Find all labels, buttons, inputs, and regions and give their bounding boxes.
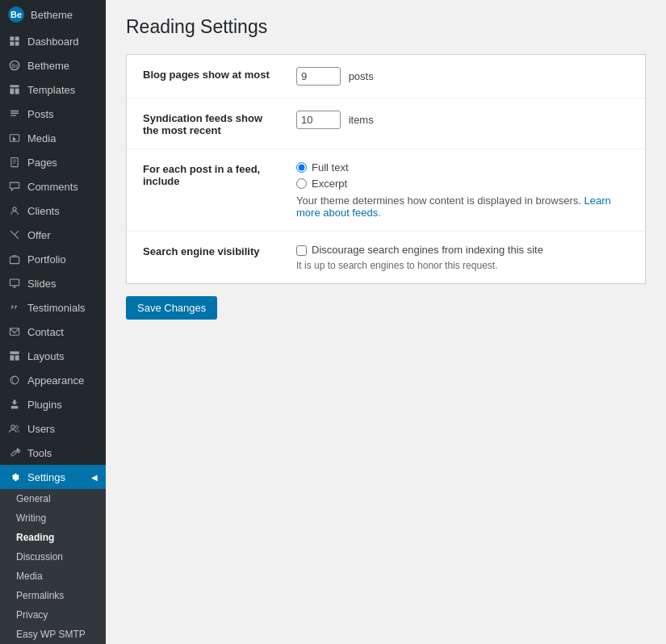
svg-rect-0 [10,36,14,40]
submenu-writing[interactable]: Writing [0,508,106,528]
users-icon [8,422,21,435]
syndication-feeds-row: Syndication feeds show the most recent i… [127,98,645,149]
sidebar-item-portfolio[interactable]: Portfolio [0,247,106,271]
sidebar-label-clients: Clients [27,205,60,217]
sidebar-label-templates: Templates [27,84,75,96]
sidebar-item-offer[interactable]: Offer [0,223,106,247]
sidebar-item-pages[interactable]: Pages [0,150,106,174]
submenu-discussion[interactable]: Discussion [0,547,106,567]
clients-icon [8,204,21,217]
comments-icon [8,180,21,193]
svg-rect-8 [15,89,19,94]
blog-pages-label: Blog pages show at most [143,67,280,81]
sidebar-item-dashboard[interactable]: Dashboard [0,29,106,53]
sidebar-label-testimonials: Testimonials [27,302,86,314]
appearance-icon [8,374,21,387]
feed-content-control: Full text Excerpt Your theme determines … [296,161,629,219]
svg-rect-3 [15,42,19,46]
svg-rect-17 [15,355,19,360]
sidebar-item-users[interactable]: Users [0,416,106,441]
sidebar-item-media[interactable]: Media [0,126,106,150]
sidebar-item-comments[interactable]: Comments [0,174,106,199]
sidebar-label-media: Media [27,132,56,144]
submenu-easy-wp-smtp[interactable]: Easy WP SMTP [0,625,106,644]
full-text-radio[interactable] [296,162,307,173]
sidebar-item-plugins[interactable]: Plugins [0,392,106,416]
sidebar-item-testimonials[interactable]: Testimonials [0,295,106,320]
plugins-icon [8,398,21,411]
settings-collapse-arrow: ◀ [91,473,98,482]
sidebar-label-betheme: Betheme [27,60,69,72]
submenu-privacy[interactable]: Privacy [0,605,106,625]
sidebar-item-contact[interactable]: Contact [0,320,106,344]
sidebar-item-layouts[interactable]: Layouts [0,344,106,368]
sidebar-item-betheme[interactable]: Be Betheme [0,53,106,77]
search-engine-label: Search engine visibility [143,244,280,257]
sidebar-item-slides[interactable]: Slides [0,271,106,295]
svg-point-18 [10,376,19,384]
search-engine-control: Discourage search engines from indexing … [296,244,629,271]
full-text-label[interactable]: Full text [312,161,349,174]
contact-icon [8,325,21,338]
feed-info-text: Your theme determines how content is dis… [296,194,581,207]
blog-pages-suffix: posts [349,70,374,82]
svg-rect-13 [10,279,19,286]
settings-form: Blog pages show at most posts Syndicatio… [126,54,646,284]
svg-rect-7 [10,89,14,94]
syndication-feeds-label: Syndication feeds show the most recent [143,111,280,136]
sidebar-label-pages: Pages [27,157,57,169]
pages-icon [8,156,21,169]
sidebar-label-settings: Settings [27,471,65,483]
submenu-reading[interactable]: Reading [0,528,106,547]
feed-content-info: Your theme determines how content is dis… [296,194,629,219]
svg-point-20 [15,425,19,429]
submenu-media[interactable]: Media [0,567,106,586]
sidebar-label-plugins: Plugins [27,399,62,411]
sidebar-label-posts: Posts [27,108,54,120]
submenu-general[interactable]: General [0,489,106,508]
sidebar-item-appearance[interactable]: Appearance [0,368,106,392]
slides-icon [8,277,21,290]
svg-point-11 [13,207,16,211]
svg-rect-16 [10,355,14,360]
page-title: Reading Settings [126,16,646,38]
logo-text: Betheme [31,9,73,21]
syndication-feeds-input[interactable] [296,111,341,129]
excerpt-row: Excerpt [296,178,629,190]
sidebar-item-clients[interactable]: Clients [0,199,106,223]
blog-pages-input[interactable] [296,67,341,86]
discourage-checkbox[interactable] [296,245,307,256]
logo-icon: Be [8,6,24,23]
excerpt-label[interactable]: Excerpt [312,178,347,190]
sidebar-label-comments: Comments [27,181,78,193]
sidebar-item-posts[interactable]: Posts [0,102,106,126]
sidebar-label-appearance: Appearance [27,374,84,387]
sidebar-item-settings[interactable]: Settings ◀ [0,465,106,489]
feed-content-label: For each post in a feed, include [143,161,280,187]
sidebar-label-contact: Contact [27,326,64,338]
offer-icon [8,228,21,241]
blog-pages-control: posts [296,67,629,86]
sidebar-label-tools: Tools [27,447,52,459]
full-text-row: Full text [296,161,629,174]
submenu-permalinks[interactable]: Permalinks [0,586,106,605]
sidebar-label-layouts: Layouts [27,350,65,362]
sidebar-logo[interactable]: Be Betheme [0,0,106,29]
svg-point-19 [11,425,15,429]
svg-rect-15 [10,351,19,354]
feed-content-row: For each post in a feed, include Full te… [127,149,645,232]
settings-submenu: General Writing Reading Discussion Media… [0,489,106,644]
svg-text:Be: Be [12,63,19,69]
svg-rect-1 [15,36,19,40]
excerpt-radio[interactable] [296,178,307,189]
sidebar-item-templates[interactable]: Templates [0,77,106,102]
sidebar-label-offer: Offer [27,229,51,241]
discourage-label[interactable]: Discourage search engines from indexing … [312,244,543,256]
settings-icon [8,470,21,483]
sidebar-label-slides: Slides [27,278,56,290]
dashboard-icon [8,35,21,48]
sidebar-item-tools[interactable]: Tools [0,441,106,465]
svg-rect-12 [10,257,19,263]
save-changes-button[interactable]: Save Changes [126,296,217,320]
syndication-feeds-control: items [296,111,629,129]
